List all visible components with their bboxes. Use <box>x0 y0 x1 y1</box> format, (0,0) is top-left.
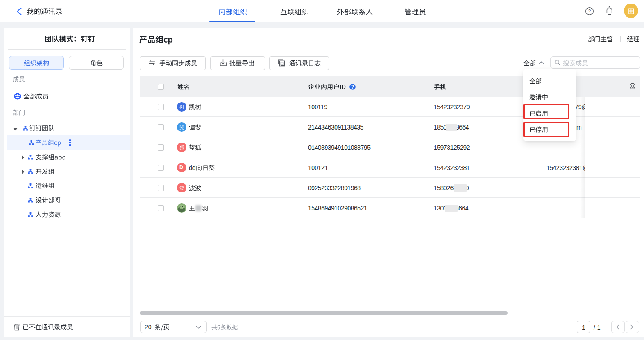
svg-text:?: ? <box>588 9 591 14</box>
svg-text:?: ? <box>351 84 354 89</box>
